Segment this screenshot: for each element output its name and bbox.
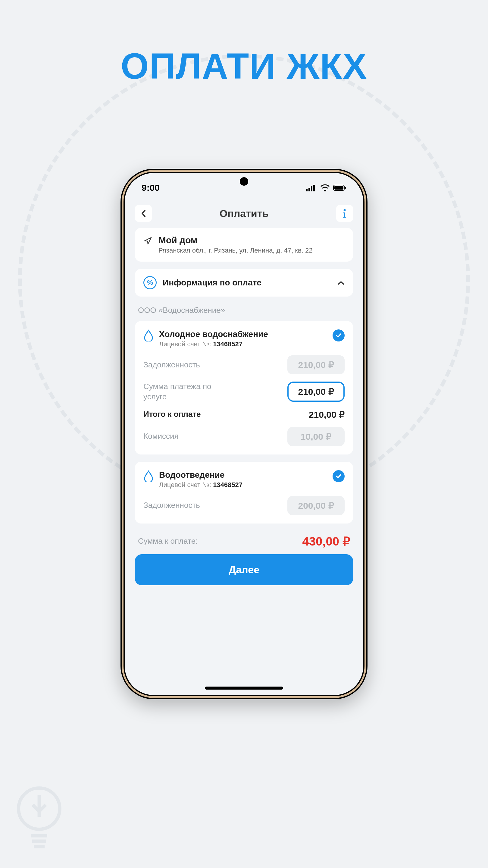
back-button[interactable] — [135, 205, 152, 222]
svg-rect-5 — [306, 189, 307, 191]
amount-input[interactable]: 210,00 ₽ — [287, 381, 345, 402]
amount-label: Сумма платежа по услуге — [143, 381, 234, 402]
camera-notch — [240, 177, 248, 186]
summary-label: Сумма к оплате: — [138, 536, 198, 546]
wifi-icon — [321, 184, 330, 191]
percent-icon: % — [143, 276, 157, 289]
service-title: Водоотведение — [159, 470, 327, 480]
check-icon — [335, 473, 342, 479]
service-account: Лицевой счет №: 13468527 — [159, 340, 327, 348]
battery-icon — [333, 184, 347, 191]
check-icon — [335, 332, 342, 339]
total-row: Итого к оплате 210,00 ₽ — [143, 409, 345, 420]
cellular-icon — [306, 184, 317, 191]
service-header: Холодное водоснабжение Лицевой счет №: 1… — [143, 330, 345, 348]
address-subtitle: Рязанская обл., г. Рязань, ул. Ленина, д… — [158, 247, 313, 254]
address-card[interactable]: Мой дом Рязанская обл., г. Рязань, ул. Л… — [135, 228, 353, 261]
total-label: Итого к оплате — [143, 409, 201, 420]
info-button[interactable] — [336, 205, 353, 222]
debt-label: Задолженность — [143, 360, 200, 370]
navigation-icon — [143, 236, 153, 247]
fee-value: 10,00 ₽ — [287, 427, 345, 446]
debt-row: Задолженность 210,00 ₽ — [143, 355, 345, 374]
page-headline: ОПЛАТИ ЖКХ — [0, 0, 488, 87]
svg-rect-10 — [334, 186, 344, 190]
address-title: Мой дом — [158, 235, 313, 245]
content: Мой дом Рязанская обл., г. Рязань, ул. Л… — [125, 228, 363, 585]
service-checkbox[interactable] — [332, 470, 345, 482]
amount-row: Сумма платежа по услуге 210,00 ₽ — [143, 381, 345, 402]
svg-rect-11 — [345, 187, 346, 189]
svg-rect-6 — [308, 188, 310, 191]
app-header: Оплатить — [125, 198, 363, 228]
debt-row: Задолженность 200,00 ₽ — [143, 496, 345, 515]
total-value: 210,00 ₽ — [309, 409, 345, 420]
service-header: Водоотведение Лицевой счет №: 13468527 — [143, 470, 345, 489]
water-drop-icon — [143, 470, 154, 484]
water-drop-icon — [143, 330, 154, 343]
next-button[interactable]: Далее — [135, 554, 353, 585]
info-icon — [343, 209, 347, 218]
phone-screen: 9:00 Оплатить Мой дом — [125, 173, 363, 695]
debt-value: 200,00 ₽ — [287, 496, 345, 515]
status-icons — [306, 184, 347, 191]
service-title: Холодное водоснабжение — [159, 330, 327, 339]
svg-point-12 — [344, 209, 346, 211]
lightbulb-icon — [12, 784, 66, 850]
service-card-drainage: Водоотведение Лицевой счет №: 13468527 З… — [135, 462, 353, 524]
fee-label: Комиссия — [143, 431, 178, 441]
status-time: 9:00 — [141, 183, 160, 193]
summary-row: Сумма к оплате: 430,00 ₽ — [135, 531, 353, 554]
address-text: Мой дом Рязанская обл., г. Рязань, ул. Л… — [158, 235, 313, 254]
chevron-left-icon — [141, 209, 146, 218]
company-label: ООО «Водоснабжение» — [135, 304, 353, 321]
service-card-cold-water: Холодное водоснабжение Лицевой счет №: 1… — [135, 321, 353, 455]
chevron-up-icon — [337, 278, 345, 287]
payment-info-toggle[interactable]: % Информация по оплате — [135, 269, 353, 297]
phone-frame: 9:00 Оплатить Мой дом — [121, 169, 367, 699]
summary-value: 430,00 ₽ — [302, 534, 350, 548]
debt-label: Задолженность — [143, 500, 200, 510]
fee-row: Комиссия 10,00 ₽ — [143, 427, 345, 446]
home-indicator[interactable] — [205, 687, 283, 689]
service-info: Холодное водоснабжение Лицевой счет №: 1… — [159, 330, 327, 348]
service-info: Водоотведение Лицевой счет №: 13468527 — [159, 470, 327, 489]
svg-rect-8 — [313, 185, 315, 191]
payment-info-label: Информация по оплате — [163, 278, 331, 287]
debt-value: 210,00 ₽ — [287, 355, 345, 374]
service-checkbox[interactable] — [332, 330, 345, 341]
header-title: Оплатить — [220, 208, 269, 219]
service-account: Лицевой счет №: 13468527 — [159, 481, 327, 489]
svg-rect-7 — [311, 186, 313, 191]
